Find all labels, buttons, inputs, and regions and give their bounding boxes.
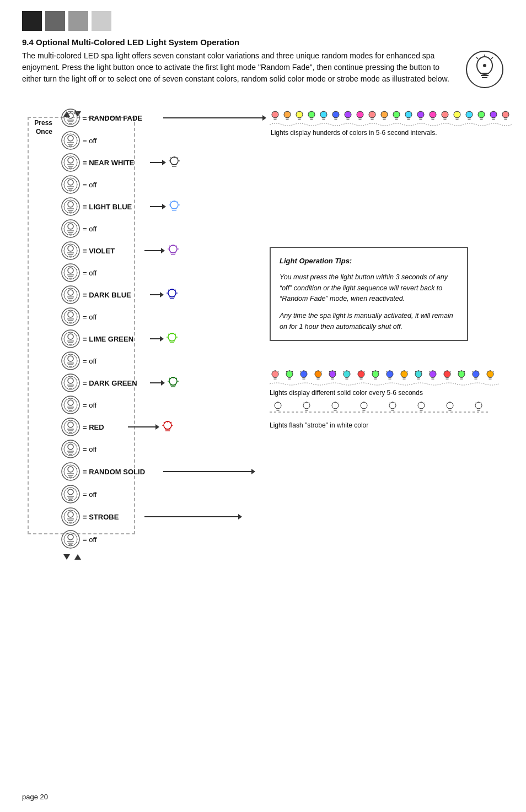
label-off-5: = off [83,313,96,321]
color-square-2 [45,11,65,31]
random-fade-arrow [163,115,266,121]
svg-point-44 [62,198,79,215]
row-red: = RED [61,415,266,439]
svg-point-436 [389,402,396,409]
btn-icon-light-blue [61,197,80,216]
random-solid-caption: Lights display different solid color eve… [270,389,512,397]
svg-line-325 [286,371,287,372]
label-off-1: = off [83,137,96,145]
btn-icon-off-8 [61,439,80,459]
svg-line-398 [464,371,465,372]
svg-line-6 [476,57,478,59]
strobe-arrow [144,514,242,519]
svg-line-404 [479,371,480,372]
svg-line-344 [335,371,336,372]
svg-line-95 [175,290,176,291]
svg-point-150 [164,421,171,429]
svg-line-200 [278,112,279,113]
svg-line-260 [399,112,400,113]
svg-line-326 [292,371,293,372]
svg-line-283 [442,112,443,113]
svg-point-140 [68,400,73,405]
svg-line-301 [478,112,479,113]
label-off-7: = off [83,401,96,409]
svg-point-40 [68,180,73,185]
row-violet: = VIOLET [61,239,266,262]
row-random-fade: = RANDOM FADE [61,106,266,130]
label-dark-green: = DARK GREEN [83,379,149,387]
strobe-strip [270,399,490,419]
svg-line-435 [367,403,368,404]
svg-line-374 [407,371,408,372]
row-off-9: = off [61,484,266,505]
svg-line-350 [350,371,351,372]
row-lime-green: = LIME GREEN [61,327,266,350]
svg-point-24 [62,154,79,171]
svg-point-90 [168,289,176,297]
strobe-strip-container: Lights flash "strobe" in white color [270,399,512,429]
row-off-8: = off [61,439,266,459]
svg-line-302 [484,112,485,113]
svg-line-94 [168,290,169,291]
svg-point-184 [68,534,73,540]
svg-line-218 [314,112,315,113]
sequence-list: = RANDOM FADE = off [61,106,266,550]
svg-line-229 [332,112,334,113]
tips-para-2: Any time the spa light is manually activ… [280,311,458,332]
svg-point-315 [272,371,278,377]
svg-line-199 [272,112,273,113]
row-off-1: = off [61,130,266,151]
svg-line-332 [307,371,308,372]
svg-line-392 [450,371,451,372]
svg-line-34 [170,158,171,159]
svg-line-373 [401,371,402,372]
btn-icon-off-2 [61,175,80,194]
svg-point-448 [447,402,453,409]
btn-icon-red [61,417,80,437]
label-off-2: = off [83,181,96,189]
label-off-3: = off [83,225,96,233]
svg-line-459 [481,403,482,404]
svg-line-458 [475,403,476,404]
intro-text: The multi-colored LED spa light offers s… [22,50,454,85]
dark-blue-arrow [150,288,179,302]
svg-line-241 [357,112,358,113]
svg-line-422 [303,403,304,404]
svg-line-205 [284,112,285,113]
svg-point-80 [68,268,73,273]
svg-line-212 [302,112,303,113]
svg-point-442 [418,402,425,409]
svg-point-255 [393,111,400,118]
svg-point-146 [68,422,73,427]
svg-point-201 [284,111,291,118]
btn-icon-off-9 [61,484,80,504]
color-icon-dark-blue [165,288,179,302]
svg-point-110 [168,333,176,341]
svg-point-249 [381,111,388,118]
svg-line-230 [339,112,340,113]
svg-point-357 [372,371,379,377]
svg-point-339 [329,371,336,377]
svg-point-195 [272,111,278,118]
dark-green-arrow [150,376,180,390]
svg-line-368 [393,371,394,372]
svg-point-454 [475,402,482,409]
svg-line-289 [454,112,455,113]
tips-box: Light Operation Tips: You must press the… [270,247,468,341]
diagram-area: PressOnce = RANDOM FADE [22,101,504,550]
red-arrow [128,420,175,434]
svg-rect-194 [273,120,277,121]
svg-point-100 [68,312,73,317]
svg-point-273 [430,111,436,118]
row-off-4: = off [61,262,266,283]
svg-line-337 [315,371,316,372]
svg-line-343 [329,371,330,372]
svg-point-424 [332,402,339,409]
svg-line-135 [176,378,177,379]
color-icon-dark-green [166,376,180,390]
random-solid-arrow [163,469,255,474]
svg-line-35 [177,158,178,159]
svg-line-290 [460,112,461,113]
svg-point-50 [170,201,178,209]
svg-point-106 [68,334,73,339]
